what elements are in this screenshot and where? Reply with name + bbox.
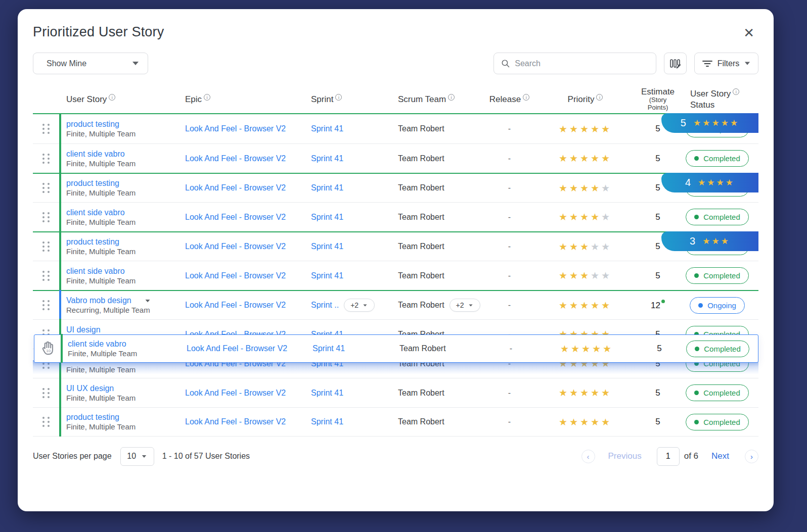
sprint-link[interactable]: Sprint 41 [311,124,343,133]
star-filled-icon[interactable]: ★ [580,212,591,222]
user-story-link[interactable]: product testing [66,179,185,188]
star-filled-icon[interactable]: ★ [591,124,601,134]
sprint-more-pill[interactable]: +2 [344,299,375,312]
table-row[interactable]: client side vabro Finite, Multiple Team … [33,261,758,290]
drag-handle[interactable] [33,291,59,319]
table-row[interactable]: client side vabro Finite, Multiple Team … [33,202,758,231]
info-icon[interactable]: i [448,94,455,101]
epic-link[interactable]: Look And Feel - Browser V2 [185,124,286,133]
status-badge[interactable]: Completed [686,341,749,357]
team-more-pill[interactable]: +2 [450,299,480,312]
close-icon[interactable]: ✕ [739,24,758,41]
info-icon[interactable]: i [523,94,529,101]
sprint-link[interactable]: Sprint 41 [311,183,343,192]
filters-button[interactable]: Filters [694,53,758,74]
drag-handle[interactable] [33,261,59,290]
star-filled-icon[interactable]: ★ [569,417,580,427]
drag-handle[interactable] [33,114,59,143]
info-icon[interactable]: i [335,94,342,101]
user-story-link[interactable]: client side vabro [66,208,185,217]
drag-handle[interactable] [33,203,59,231]
star-filled-icon[interactable]: ★ [591,388,601,398]
epic-link[interactable]: Look And Feel - Browser V2 [185,271,286,280]
star-empty-icon[interactable]: ★ [601,183,612,194]
star-filled-icon[interactable]: ★ [580,417,591,427]
sprint-link[interactable]: Sprint 41 [311,213,343,222]
user-story-link[interactable]: client side vabro [66,150,185,159]
user-story-link[interactable]: Vabro mob design [66,296,185,305]
star-filled-icon[interactable]: ★ [580,270,591,281]
sprint-link[interactable]: Sprint 41 [311,389,343,398]
star-filled-icon[interactable]: ★ [591,417,601,427]
per-page-dropdown[interactable]: 10 [120,447,154,466]
status-badge[interactable]: Completed [686,267,749,284]
previous-button[interactable]: Previous [608,451,642,461]
star-filled-icon[interactable]: ★ [569,241,580,252]
epic-link[interactable]: Look And Feel - Browser V2 [185,389,286,397]
sprint-link[interactable]: Sprint 41 [311,417,343,426]
star-empty-icon[interactable]: ★ [591,241,601,252]
epic-link[interactable]: Look And Feel - Browser V2 [185,417,286,426]
edit-columns-button[interactable] [664,53,687,74]
next-page-arrow-icon[interactable]: › [745,450,758,463]
star-filled-icon[interactable]: ★ [581,344,592,354]
search-input[interactable] [515,59,649,68]
star-filled-icon[interactable]: ★ [580,183,591,194]
show-mine-dropdown[interactable]: Show Mine [33,53,148,74]
previous-page-arrow-icon[interactable]: ‹ [581,450,595,463]
star-filled-icon[interactable]: ★ [569,388,580,398]
drag-handle[interactable]: 10 [34,335,61,362]
drag-handle[interactable] [33,144,59,173]
user-story-link[interactable]: product testing [66,120,185,129]
info-icon[interactable]: i [596,94,603,101]
star-filled-icon[interactable]: ★ [559,153,569,164]
sprint-link[interactable]: Sprint 41 [311,242,343,251]
star-filled-icon[interactable]: ★ [559,212,569,222]
star-filled-icon[interactable]: ★ [591,183,601,194]
epic-link[interactable]: Look And Feel - Browser V2 [185,183,286,192]
star-filled-icon[interactable]: ★ [591,212,601,222]
table-row[interactable]: product testing Finite, Multiple Team Lo… [33,114,758,143]
star-filled-icon[interactable]: ★ [601,153,612,164]
epic-link[interactable]: Look And Feel - Browser V2 [185,242,286,251]
chevron-down-icon[interactable] [145,299,150,302]
info-icon[interactable]: i [733,88,739,95]
search-box[interactable] [494,53,656,74]
star-filled-icon[interactable]: ★ [569,183,580,194]
drag-handle[interactable] [33,174,59,202]
epic-link[interactable]: Look And Feel - Browser V2 [187,344,287,353]
star-filled-icon[interactable]: ★ [580,124,591,134]
star-filled-icon[interactable]: ★ [603,344,613,354]
table-row[interactable]: product testing Finite, Multiple Team Lo… [33,231,758,261]
info-icon[interactable]: i [109,94,115,101]
star-filled-icon[interactable]: ★ [559,183,569,194]
drag-handle[interactable] [33,408,59,436]
star-filled-icon[interactable]: ★ [559,270,569,281]
table-row[interactable]: product testing Finite, Multiple Team Lo… [33,407,758,437]
star-filled-icon[interactable]: ★ [580,241,591,252]
status-badge[interactable]: Completed [686,209,749,225]
star-empty-icon[interactable]: ★ [591,270,601,281]
user-story-link[interactable]: product testing [66,237,185,247]
user-story-link[interactable]: client side vabro [68,340,187,349]
star-filled-icon[interactable]: ★ [569,124,580,134]
epic-link[interactable]: Look And Feel - Browser V2 [185,301,286,309]
user-story-link[interactable]: UI design [66,325,185,334]
status-badge[interactable]: Ongoing [690,297,745,314]
star-filled-icon[interactable]: ★ [601,124,612,134]
sprint-link[interactable]: Sprint 41 [311,154,343,163]
epic-link[interactable]: Look And Feel - Browser V2 [185,213,286,221]
star-filled-icon[interactable]: ★ [559,124,569,134]
star-filled-icon[interactable]: ★ [601,388,612,398]
star-filled-icon[interactable]: ★ [569,300,580,311]
epic-link[interactable]: Look And Feel - Browser V2 [185,154,286,163]
status-badge[interactable]: Completed [686,414,749,430]
star-filled-icon[interactable]: ★ [559,417,569,427]
table-row[interactable]: Vabro mob design Recurring, Multiple Tea… [33,290,758,319]
star-filled-icon[interactable]: ★ [569,153,580,164]
star-filled-icon[interactable]: ★ [601,417,612,427]
table-row[interactable]: UI UX design Finite, Multiple Team Look … [33,378,758,407]
sprint-link[interactable]: Sprint 41 [311,271,343,280]
star-filled-icon[interactable]: ★ [560,344,571,354]
star-empty-icon[interactable]: ★ [601,270,612,281]
